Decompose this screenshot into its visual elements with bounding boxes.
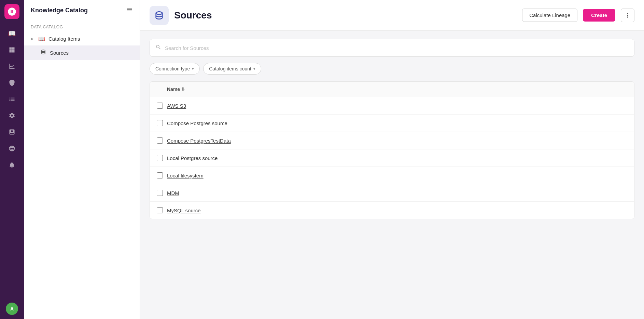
search-icon	[155, 44, 162, 52]
row-link-compose-postgres[interactable]: Compose Postgres source	[167, 120, 227, 126]
search-bar	[150, 39, 634, 57]
chevron-down-icon: ▾	[192, 67, 194, 71]
nav-dashboard-icon[interactable]	[4, 124, 19, 139]
catalog-items-icon: 📖	[38, 36, 45, 42]
nav-list-icon[interactable]	[4, 92, 19, 107]
table-row: Local filesystem	[150, 167, 634, 184]
row-checkbox-aws-s3[interactable]	[157, 103, 163, 109]
sidebar-item-catalog-items[interactable]: ▶ 📖 Catalog Items	[24, 32, 140, 45]
nav-shield-icon[interactable]	[4, 75, 19, 90]
sources-icon	[40, 49, 46, 56]
nav-globe-icon[interactable]	[4, 141, 19, 156]
row-link-local-postgres[interactable]: Local Postgres source	[167, 155, 218, 161]
chevron-down-icon-2: ▾	[253, 67, 255, 71]
icon-rail: 📖 A	[0, 0, 24, 319]
row-link-mysql[interactable]: MySQL source	[167, 208, 201, 213]
sidebar-item-sources-label: Sources	[50, 50, 69, 56]
header-icon-wrapper	[150, 6, 169, 25]
nav-grid-icon[interactable]	[4, 42, 19, 57]
catalog-items-count-filter[interactable]: Catalog items count ▾	[203, 63, 261, 75]
more-icon	[624, 12, 631, 19]
user-avatar[interactable]: A	[6, 303, 18, 315]
row-link-mdm[interactable]: MDM	[167, 190, 179, 196]
name-column-header: Name ⇅	[167, 87, 185, 92]
connection-type-filter[interactable]: Connection type ▾	[150, 63, 200, 75]
nav-chart-icon[interactable]	[4, 59, 19, 74]
table-row: Compose PostgresTestData	[150, 132, 634, 149]
data-table: Name ⇅ AWS S3 Compose Postgres source Co…	[150, 81, 634, 219]
content-area: Connection type ▾ Catalog items count ▾ …	[140, 31, 644, 319]
sources-header-icon	[154, 10, 165, 21]
row-link-local-filesystem[interactable]: Local filesystem	[167, 173, 204, 178]
row-checkbox-local-postgres[interactable]	[157, 155, 163, 161]
search-input[interactable]	[165, 45, 629, 51]
sidebar-title: Knowledge Catalog	[31, 7, 88, 14]
sidebar-item-sources[interactable]: Sources	[24, 45, 140, 60]
catalog-items-count-label: Catalog items count	[209, 66, 251, 71]
page-title: Sources	[174, 10, 517, 21]
table-header: Name ⇅	[150, 82, 634, 97]
calculate-lineage-button[interactable]: Calculate Lineage	[522, 9, 577, 22]
row-checkbox-local-filesystem[interactable]	[157, 172, 163, 178]
row-checkbox-mysql[interactable]	[157, 207, 163, 213]
more-options-button[interactable]	[621, 9, 634, 22]
main-content: Sources Calculate Lineage Create Connect…	[140, 0, 644, 319]
table-row: Compose Postgres source	[150, 115, 634, 132]
sidebar-header: Knowledge Catalog	[24, 0, 140, 19]
sidebar-item-catalog-items-label: Catalog Items	[48, 36, 80, 42]
nav-settings-icon[interactable]	[4, 108, 19, 123]
row-checkbox-mdm[interactable]	[157, 190, 163, 196]
app-logo[interactable]	[4, 4, 19, 19]
sidebar: Knowledge Catalog Data Catalog ▶ 📖 Catal…	[24, 0, 140, 319]
row-checkbox-compose-postgres[interactable]	[157, 120, 163, 126]
table-row: MySQL source	[150, 202, 634, 219]
row-link-compose-postgres-test[interactable]: Compose PostgresTestData	[167, 138, 231, 144]
filter-row: Connection type ▾ Catalog items count ▾	[150, 63, 634, 75]
sidebar-menu-icon[interactable]	[126, 6, 133, 15]
create-button[interactable]: Create	[583, 9, 615, 22]
row-link-aws-s3[interactable]: AWS S3	[167, 103, 186, 109]
nav-bell-icon[interactable]	[4, 157, 19, 172]
table-row: MDM	[150, 184, 634, 202]
sort-icon[interactable]: ⇅	[181, 87, 185, 92]
table-row: AWS S3	[150, 97, 634, 115]
table-row: Local Postgres source	[150, 149, 634, 167]
expand-arrow-icon: ▶	[31, 37, 33, 41]
main-header: Sources Calculate Lineage Create	[140, 0, 644, 31]
sidebar-section-label: Data Catalog	[24, 19, 140, 32]
nav-book-icon[interactable]: 📖	[4, 26, 19, 41]
row-checkbox-compose-postgres-test[interactable]	[157, 137, 163, 144]
connection-type-label: Connection type	[155, 66, 190, 71]
